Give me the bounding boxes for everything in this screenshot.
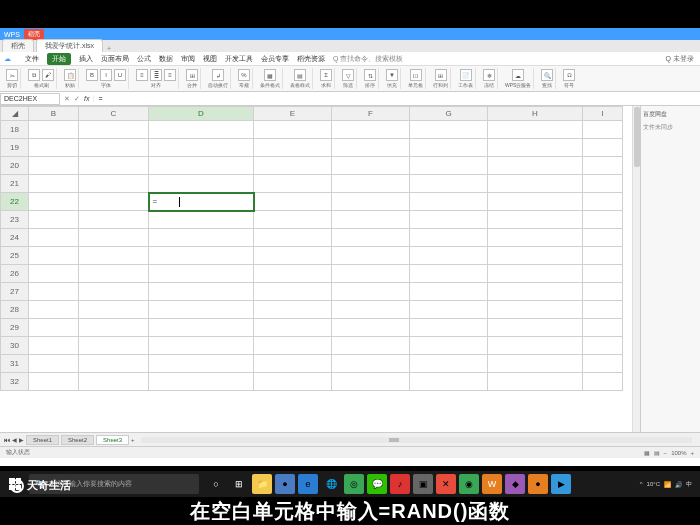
save-icon[interactable]: ☁ <box>4 55 11 63</box>
cell-G24[interactable] <box>410 229 488 247</box>
col-B[interactable]: B <box>29 107 79 121</box>
cell-D22[interactable]: = <box>149 193 254 211</box>
cell-G26[interactable] <box>410 265 488 283</box>
zoom-in[interactable]: + <box>690 450 694 456</box>
cell-H20[interactable] <box>488 157 583 175</box>
cell-G18[interactable] <box>410 121 488 139</box>
cell-E32[interactable] <box>254 373 332 391</box>
cell-H18[interactable] <box>488 121 583 139</box>
task-wechat-icon[interactable]: 💬 <box>367 474 387 494</box>
row-header-22[interactable]: 22 <box>1 193 29 211</box>
add-sheet-button[interactable]: + <box>131 437 135 443</box>
cell-D18[interactable] <box>149 121 254 139</box>
sheet-tab-1[interactable]: Sheet1 <box>26 435 59 445</box>
cell-B32[interactable] <box>29 373 79 391</box>
menu-formula[interactable]: 公式 <box>137 54 151 64</box>
confirm-icon[interactable]: ✓ <box>74 95 80 103</box>
cell-D21[interactable] <box>149 175 254 193</box>
cell-F23[interactable] <box>332 211 410 229</box>
tray-vol-icon[interactable]: 🔊 <box>675 481 682 488</box>
cell-D32[interactable] <box>149 373 254 391</box>
cell-I21[interactable] <box>583 175 623 193</box>
bold-icon[interactable]: B <box>86 69 98 81</box>
cell-I20[interactable] <box>583 157 623 175</box>
cell-E28[interactable] <box>254 301 332 319</box>
cell-G29[interactable] <box>410 319 488 337</box>
horizontal-scrollbar[interactable] <box>141 437 692 443</box>
worksheet-icon[interactable]: 📄 <box>460 69 472 81</box>
row-header-19[interactable]: 19 <box>1 139 29 157</box>
cell-B30[interactable] <box>29 337 79 355</box>
cell-C22[interactable] <box>79 193 149 211</box>
cell-B19[interactable] <box>29 139 79 157</box>
title-tab[interactable]: 稻壳 <box>24 29 44 40</box>
cell-F31[interactable] <box>332 355 410 373</box>
cell-I31[interactable] <box>583 355 623 373</box>
task-edge-icon[interactable]: e <box>298 474 318 494</box>
align-right-icon[interactable]: ≡ <box>164 69 176 81</box>
cell-F32[interactable] <box>332 373 410 391</box>
cell-F29[interactable] <box>332 319 410 337</box>
col-C[interactable]: C <box>79 107 149 121</box>
sheet-nav-next[interactable]: ▶ <box>19 436 24 443</box>
cell-H29[interactable] <box>488 319 583 337</box>
cell-C24[interactable] <box>79 229 149 247</box>
menu-file[interactable]: 文件 <box>25 54 39 64</box>
cell-C30[interactable] <box>79 337 149 355</box>
task-app4-icon[interactable]: ◉ <box>459 474 479 494</box>
sheet-tab-3[interactable]: Sheet3 <box>96 435 129 445</box>
menu-dev[interactable]: 开发工具 <box>225 54 253 64</box>
cell-D29[interactable] <box>149 319 254 337</box>
task-app3-icon[interactable]: ✕ <box>436 474 456 494</box>
col-H[interactable]: H <box>488 107 583 121</box>
cell-E19[interactable] <box>254 139 332 157</box>
task-app6-icon[interactable]: ● <box>528 474 548 494</box>
cell-B28[interactable] <box>29 301 79 319</box>
cell-G28[interactable] <box>410 301 488 319</box>
conditional-format-icon[interactable]: ▦ <box>264 69 276 81</box>
menu-vip[interactable]: 会员专享 <box>261 54 289 64</box>
cell-F26[interactable] <box>332 265 410 283</box>
cell-H27[interactable] <box>488 283 583 301</box>
cell-C31[interactable] <box>79 355 149 373</box>
task-chrome-icon[interactable]: 🌐 <box>321 474 341 494</box>
menu-search[interactable]: Q 查找命令、搜索模板 <box>333 54 403 64</box>
fx-icon[interactable]: fx <box>84 95 89 103</box>
cell-E27[interactable] <box>254 283 332 301</box>
cell-B29[interactable] <box>29 319 79 337</box>
cell-F27[interactable] <box>332 283 410 301</box>
grid[interactable]: ◢ B C D E F G H I 1819202122=23242526272… <box>0 106 640 432</box>
row-header-21[interactable]: 21 <box>1 175 29 193</box>
cell-H19[interactable] <box>488 139 583 157</box>
task-music-icon[interactable]: ♪ <box>390 474 410 494</box>
cell-E30[interactable] <box>254 337 332 355</box>
cell-B23[interactable] <box>29 211 79 229</box>
cell-D25[interactable] <box>149 247 254 265</box>
menu-layout[interactable]: 页面布局 <box>101 54 129 64</box>
cut-icon[interactable]: ✂ <box>6 69 18 81</box>
cell-I23[interactable] <box>583 211 623 229</box>
paste-icon[interactable]: 📋 <box>64 69 76 81</box>
cell-I28[interactable] <box>583 301 623 319</box>
row-header-25[interactable]: 25 <box>1 247 29 265</box>
copy-icon[interactable]: ⧉ <box>28 69 40 81</box>
row-header-18[interactable]: 18 <box>1 121 29 139</box>
cell-G32[interactable] <box>410 373 488 391</box>
weather-text[interactable]: 10°C <box>647 481 660 487</box>
cell-E25[interactable] <box>254 247 332 265</box>
cell-H23[interactable] <box>488 211 583 229</box>
cell-C29[interactable] <box>79 319 149 337</box>
row-header-23[interactable]: 23 <box>1 211 29 229</box>
cancel-icon[interactable]: ✕ <box>64 95 70 103</box>
cell-E31[interactable] <box>254 355 332 373</box>
cell-H31[interactable] <box>488 355 583 373</box>
cell-H25[interactable] <box>488 247 583 265</box>
cell-F28[interactable] <box>332 301 410 319</box>
cell-C28[interactable] <box>79 301 149 319</box>
sort-icon[interactable]: ⇅ <box>364 69 376 81</box>
cell-E23[interactable] <box>254 211 332 229</box>
cell-B31[interactable] <box>29 355 79 373</box>
row-header-27[interactable]: 27 <box>1 283 29 301</box>
cell-G30[interactable] <box>410 337 488 355</box>
cell-D24[interactable] <box>149 229 254 247</box>
